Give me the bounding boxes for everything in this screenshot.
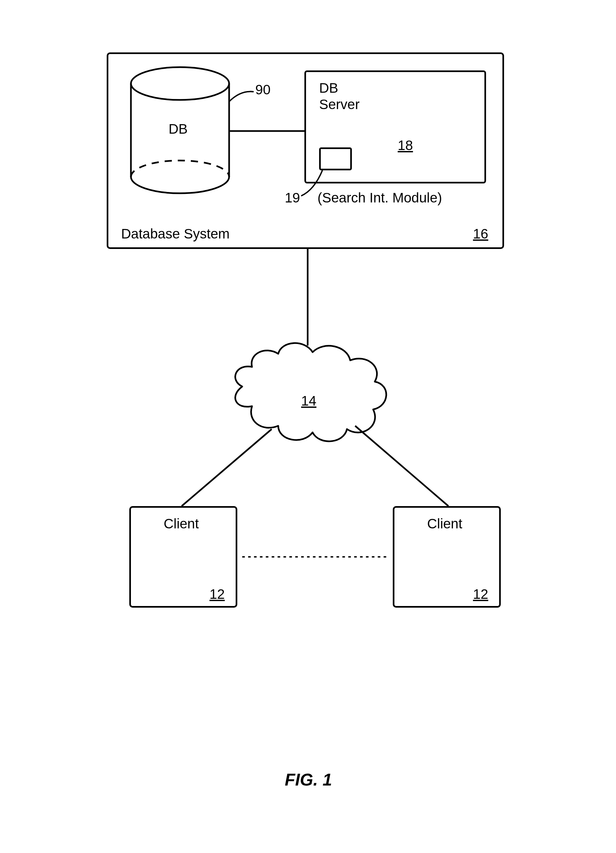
svg-line-6 [355, 426, 448, 506]
client-right-ref: 12 [473, 586, 488, 602]
db-server-ref: 18 [398, 138, 413, 153]
figure-canvas: Database System 16 DB 90 DB Server 18 19… [0, 0, 616, 853]
client-left-label: Client [163, 516, 199, 532]
database-system-ref: 16 [473, 226, 488, 242]
db-server-label-line1: DB [319, 80, 338, 96]
client-left-ref: 12 [209, 586, 225, 602]
search-module-note: (Search Int. Module) [318, 190, 442, 206]
figure-caption: FIG. 1 [285, 770, 332, 789]
db-ref: 90 [255, 82, 271, 98]
database-system-label: Database System [121, 226, 230, 242]
db-label: DB [169, 121, 188, 137]
search-module-box [319, 147, 352, 170]
search-module-ref: 19 [285, 190, 300, 206]
db-server-label-line2: Server [319, 97, 360, 112]
svg-line-5 [182, 429, 272, 506]
network-ref: 14 [301, 393, 316, 409]
client-right-label: Client [427, 516, 462, 532]
